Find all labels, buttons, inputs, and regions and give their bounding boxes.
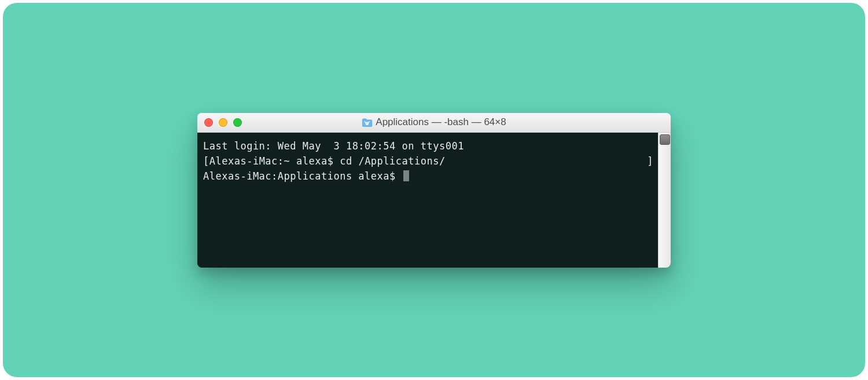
cursor-icon [403, 170, 409, 181]
background-stage: Applications — -bash — 64×8 Last login: … [3, 3, 865, 377]
minimize-button[interactable] [219, 118, 227, 127]
window-title-group: Applications — -bash — 64×8 [362, 116, 506, 128]
scrollbar-vertical[interactable] [658, 133, 671, 268]
traffic-lights [204, 118, 242, 127]
prompt-previous: Alexas-iMac:~ alexa$ [209, 155, 340, 167]
window-title: Applications — -bash — 64×8 [376, 116, 506, 128]
terminal-line-command: [Alexas-iMac:~ alexa$ cd /Applications/] [203, 154, 653, 169]
bracket-open: [ [203, 155, 209, 167]
scroll-thumb[interactable] [660, 134, 670, 145]
maximize-button[interactable] [233, 118, 242, 127]
folder-icon [362, 118, 372, 127]
terminal-line-current: Alexas-iMac:Applications alexa$ [203, 169, 653, 184]
prompt-current: Alexas-iMac:Applications alexa$ [203, 170, 402, 182]
terminal-window: Applications — -bash — 64×8 Last login: … [197, 113, 671, 268]
command-text: cd /Applications/ [340, 155, 446, 167]
terminal-area: Last login: Wed May 3 18:02:54 on ttys00… [197, 133, 671, 268]
window-titlebar[interactable]: Applications — -bash — 64×8 [197, 113, 671, 133]
terminal-line-login: Last login: Wed May 3 18:02:54 on ttys00… [203, 138, 653, 154]
close-button[interactable] [204, 118, 213, 127]
terminal-body[interactable]: Last login: Wed May 3 18:02:54 on ttys00… [197, 133, 658, 268]
bracket-close: ] [647, 154, 653, 169]
